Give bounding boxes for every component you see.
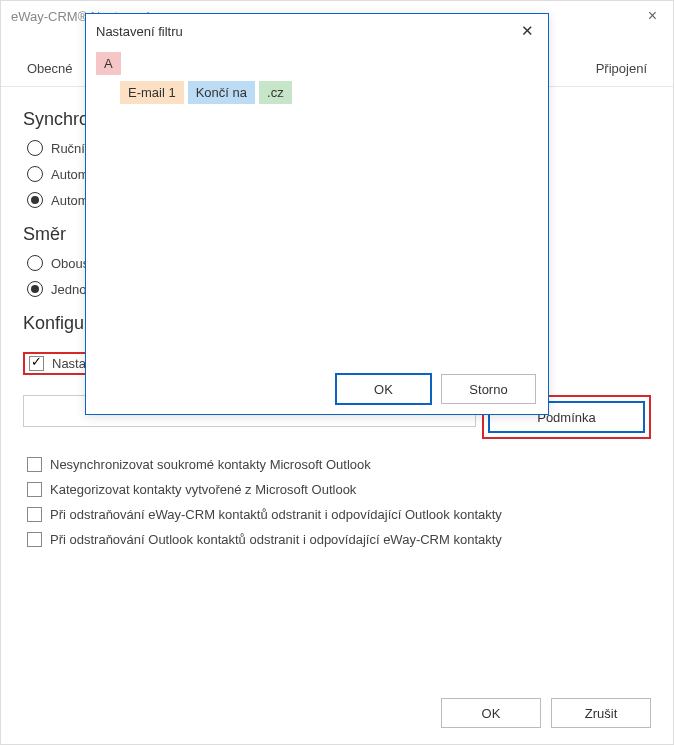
- radio-both-label: Obous: [51, 256, 89, 271]
- modal-title: Nastavení filtru: [96, 24, 183, 39]
- radio-both[interactable]: [27, 255, 43, 271]
- check-row-no-private[interactable]: Nesynchronizovat soukromé kontakty Micro…: [27, 457, 651, 472]
- checkbox-no-private[interactable]: [27, 457, 42, 472]
- check-row-delete-eway[interactable]: Při odstraňování eWay-CRM kontaktů odstr…: [27, 507, 651, 522]
- filter-modal: Nastavení filtru ✕ A E-mail 1 Končí na .…: [85, 13, 549, 415]
- radio-one[interactable]: [27, 281, 43, 297]
- main-cancel-button[interactable]: Zrušit: [551, 698, 651, 728]
- checkbox-delete-eway[interactable]: [27, 507, 42, 522]
- tab-connection[interactable]: Připojení: [592, 55, 651, 86]
- delete-outlook-label: Při odstraňování Outlook kontaktů odstra…: [50, 532, 502, 547]
- radio-auto2[interactable]: [27, 192, 43, 208]
- delete-eway-label: Při odstraňování eWay-CRM kontaktů odstr…: [50, 507, 502, 522]
- modal-close-icon[interactable]: ✕: [517, 20, 538, 42]
- radio-auto1-label: Autom: [51, 167, 89, 182]
- modal-body: A E-mail 1 Končí na .cz: [86, 46, 548, 364]
- check-row-delete-outlook[interactable]: Při odstraňování Outlook kontaktů odstra…: [27, 532, 651, 547]
- modal-header: Nastavení filtru ✕: [86, 14, 548, 46]
- filter-field-tag[interactable]: E-mail 1: [120, 81, 184, 104]
- filter-group-row: A: [96, 52, 538, 75]
- check-row-categorize[interactable]: Kategorizovat kontakty vytvořené z Micro…: [27, 482, 651, 497]
- checkbox-delete-outlook[interactable]: [27, 532, 42, 547]
- modal-footer: OK Storno: [86, 364, 548, 414]
- close-icon[interactable]: ×: [642, 5, 663, 27]
- bottom-button-bar: OK Zrušit: [441, 698, 651, 728]
- modal-storno-button[interactable]: Storno: [441, 374, 536, 404]
- no-private-label: Nesynchronizovat soukromé kontakty Micro…: [50, 457, 371, 472]
- radio-auto2-label: Autom: [51, 193, 89, 208]
- filter-operator-tag[interactable]: Končí na: [188, 81, 255, 104]
- checkbox-categorize[interactable]: [27, 482, 42, 497]
- filter-group-tag[interactable]: A: [96, 52, 121, 75]
- radio-manual[interactable]: [27, 140, 43, 156]
- categorize-label: Kategorizovat kontakty vytvořené z Micro…: [50, 482, 356, 497]
- main-ok-button[interactable]: OK: [441, 698, 541, 728]
- checkbox-set-condition[interactable]: [29, 356, 44, 371]
- modal-ok-button[interactable]: OK: [336, 374, 431, 404]
- filter-value-tag[interactable]: .cz: [259, 81, 292, 104]
- filter-condition-row: E-mail 1 Končí na .cz: [120, 81, 538, 104]
- tab-general[interactable]: Obecné: [23, 55, 77, 86]
- radio-auto1[interactable]: [27, 166, 43, 182]
